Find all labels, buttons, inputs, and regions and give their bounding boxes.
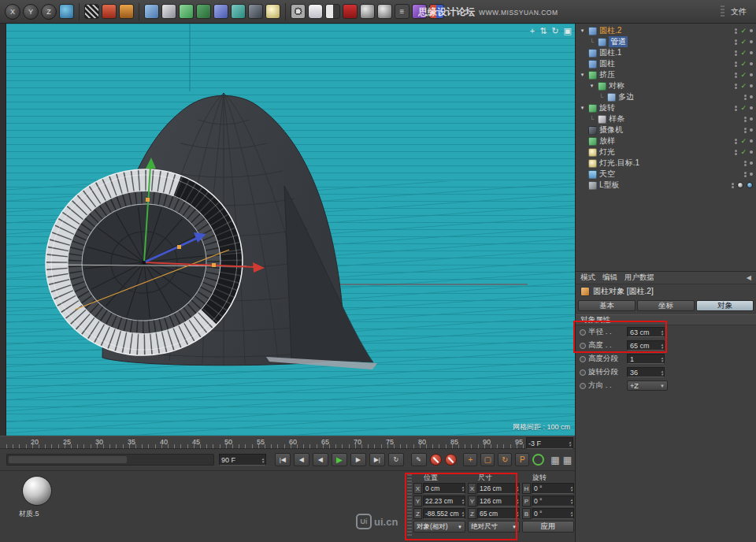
dolly-icon[interactable]: ⇅: [539, 26, 547, 36]
keyframe-toggle[interactable]: [580, 343, 586, 349]
material-name[interactable]: 材质.5: [19, 509, 39, 519]
timeline-ruler[interactable]: 20 25 30 35 40 45 50 55 60 65 70 75 80 8…: [0, 436, 575, 449]
visibility-toggle[interactable]: [735, 139, 737, 144]
maximize-view-icon[interactable]: ▣: [564, 26, 572, 36]
quantize-grid-icon[interactable]: ▦: [563, 455, 572, 466]
play-button[interactable]: ▶: [332, 453, 347, 466]
expand-arrow[interactable]: ▾: [588, 83, 595, 89]
enable-toggle[interactable]: ✓: [740, 149, 747, 156]
expand-arrow[interactable]: ▾: [579, 28, 586, 34]
apply-button[interactable]: 应用: [522, 521, 574, 533]
enable-toggle[interactable]: ✓: [740, 138, 747, 145]
enable-toggle[interactable]: ✓: [740, 83, 747, 90]
position-x-field[interactable]: 0 cm▴▾: [423, 483, 465, 494]
orbit-icon[interactable]: ↻: [551, 26, 558, 36]
panel-grip[interactable]: [721, 6, 724, 18]
record-button[interactable]: [430, 454, 442, 466]
panel-grip[interactable]: [407, 474, 412, 537]
viewport-canvas[interactable]: [6, 24, 575, 436]
sphere-preview-icon[interactable]: [360, 4, 375, 19]
state-dot[interactable]: [750, 117, 753, 121]
shading-mode-icon[interactable]: [325, 4, 340, 19]
spline-pen-icon[interactable]: [161, 4, 176, 19]
next-frame-button[interactable]: ▶: [350, 453, 366, 466]
enable-toggle[interactable]: ✓: [740, 105, 747, 112]
tab-basic[interactable]: 基本: [578, 300, 636, 311]
size-mode-select[interactable]: 绝对尺寸▼: [468, 521, 520, 533]
material-thumbnail[interactable]: [22, 476, 52, 506]
object-row[interactable]: 天空: [576, 169, 756, 180]
position-z-field[interactable]: -88.552 cm▴▾: [423, 508, 465, 519]
visibility-toggle[interactable]: [735, 50, 737, 56]
expand-arrow[interactable]: ▾: [579, 72, 586, 78]
edit-menu[interactable]: 编辑: [602, 273, 617, 283]
object-row[interactable]: └ 样条: [576, 113, 756, 124]
rotation-h-field[interactable]: 0 °▴▾: [532, 483, 574, 494]
object-row[interactable]: ▾ 圆柱.2 ✓: [576, 25, 756, 36]
render-picture-viewer-icon[interactable]: [102, 4, 117, 19]
import-export-icon[interactable]: [429, 4, 444, 19]
visibility-toggle[interactable]: [735, 106, 737, 111]
previous-frame-button[interactable]: ◀: [313, 453, 328, 466]
render-settings-icon[interactable]: [119, 4, 134, 19]
autokey-toggle[interactable]: [532, 454, 544, 466]
state-dot[interactable]: [750, 150, 753, 154]
state-dot[interactable]: [750, 128, 753, 132]
material-chip[interactable]: [747, 182, 753, 188]
primitive-cube-icon[interactable]: [144, 4, 159, 19]
visibility-toggle[interactable]: [744, 172, 747, 177]
camera-icon[interactable]: [248, 4, 263, 19]
loop-button[interactable]: ↻: [388, 453, 404, 466]
object-row[interactable]: 放样 ✓: [576, 136, 756, 147]
ruler-track[interactable]: 20 25 30 35 40 45 50 55 60 65 70 75 80 8…: [6, 436, 524, 448]
file-menu[interactable]: 文件: [731, 6, 747, 17]
record-position-toggle[interactable]: +: [463, 453, 477, 466]
x-axis-button[interactable]: X: [5, 4, 20, 20]
record-active-objects-button[interactable]: [445, 454, 457, 466]
visibility-toggle[interactable]: [744, 128, 747, 133]
xref-icon[interactable]: [412, 4, 427, 19]
snap-grid-icon[interactable]: ▦: [550, 455, 559, 466]
rotation-p-field[interactable]: 0 °▴▾: [532, 496, 574, 507]
height-input[interactable]: 65 cm▴▾: [627, 340, 665, 351]
pan-icon[interactable]: +: [530, 26, 535, 36]
state-dot[interactable]: [750, 51, 753, 54]
keyframe-toggle[interactable]: [580, 356, 586, 362]
keyframe-pencil-button[interactable]: ✎: [411, 453, 427, 466]
visibility-toggle[interactable]: [735, 84, 737, 89]
keyframe-toggle[interactable]: [580, 383, 586, 389]
material-chip[interactable]: [737, 182, 743, 188]
go-to-end-button[interactable]: ▶|: [369, 453, 385, 466]
object-row[interactable]: ▾ 旋转 ✓: [576, 102, 756, 113]
state-dot[interactable]: [750, 161, 753, 165]
viewport[interactable]: + ⇅ ↻ ▣ 网格间距 : 100 cm: [6, 24, 575, 436]
object-row[interactable]: ▾ 挤压 ✓: [576, 69, 756, 80]
state-dot[interactable]: [750, 139, 753, 143]
state-dot[interactable]: [750, 84, 753, 87]
visibility-toggle[interactable]: [735, 61, 737, 67]
timeline-scrollbar[interactable]: [6, 454, 214, 466]
enable-toggle[interactable]: ✓: [740, 61, 747, 68]
coordinate-system-icon[interactable]: [59, 4, 74, 19]
sphere-preview-icon[interactable]: [377, 4, 392, 19]
z-axis-button[interactable]: Z: [41, 4, 57, 20]
state-dot[interactable]: [750, 173, 753, 176]
y-axis-button[interactable]: Y: [23, 4, 39, 20]
position-mode-select[interactable]: 对象(相对)▼: [413, 521, 465, 533]
size-y-field[interactable]: 126 cm▴▾: [477, 496, 520, 507]
userdata-menu[interactable]: 用户数据: [624, 273, 654, 283]
visibility-toggle[interactable]: [732, 183, 734, 188]
rotation-segments-input[interactable]: 36▴▾: [627, 367, 665, 377]
render-view-icon[interactable]: [84, 4, 99, 19]
modeling-tools-icon[interactable]: [196, 4, 211, 19]
tab-coordinates[interactable]: 坐标: [637, 300, 695, 311]
object-row[interactable]: └ 管道 ✓: [576, 36, 756, 47]
current-frame-field[interactable]: -3 F ▴▾: [526, 437, 573, 449]
state-dot[interactable]: [750, 40, 753, 43]
subdivision-surface-icon[interactable]: [179, 4, 194, 19]
visibility-toggle[interactable]: [744, 117, 747, 122]
state-dot[interactable]: [750, 73, 753, 76]
size-x-field[interactable]: 126 cm▴▾: [477, 483, 520, 494]
tab-object[interactable]: 对象: [696, 300, 754, 311]
enable-toggle[interactable]: ✓: [740, 39, 747, 46]
